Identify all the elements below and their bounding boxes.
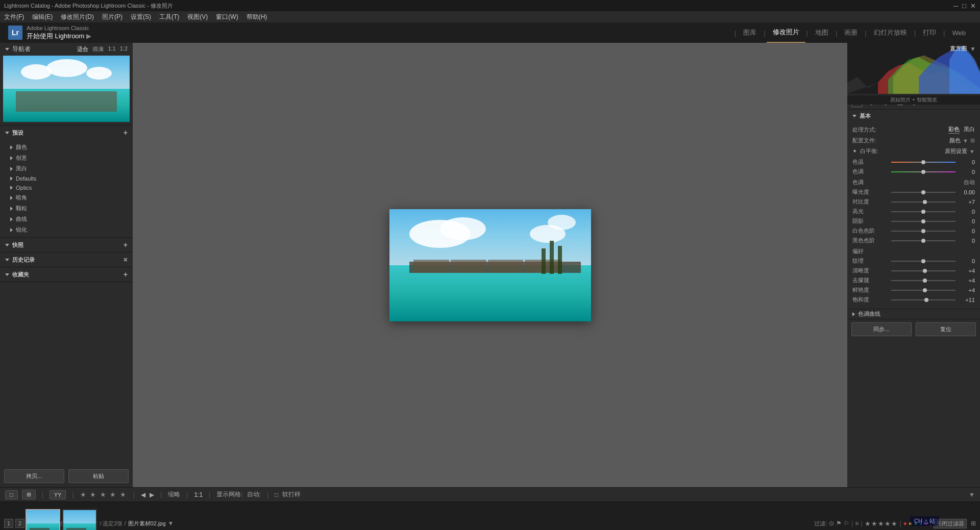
filmstrip-filename-dropdown[interactable]: ▼ <box>168 520 174 527</box>
blacks-slider[interactable] <box>891 240 955 241</box>
zoom-1-2[interactable]: 1:2 <box>120 45 128 53</box>
filter-rated-icon[interactable]: ≡ <box>855 520 859 527</box>
paste-btn[interactable]: 粘贴 <box>68 469 129 483</box>
soft-proof-icon[interactable]: □ <box>275 491 278 498</box>
snapshots-header[interactable]: 快照 + <box>0 238 133 252</box>
wb-dropdown-icon[interactable]: ▼ <box>969 148 975 155</box>
filter-target-icon[interactable]: ⊙ <box>829 520 834 527</box>
preset-item-defaults[interactable]: Defaults <box>0 174 133 183</box>
filter-stars[interactable]: ★★★★★ <box>865 520 898 527</box>
whites-slider[interactable] <box>891 231 955 232</box>
module-web[interactable]: Web <box>946 22 972 43</box>
highlights-slider[interactable] <box>891 211 955 212</box>
blacks-thumb[interactable] <box>921 239 925 243</box>
module-slideshow[interactable]: 幻灯片放映 <box>868 22 913 43</box>
preset-item-creative[interactable]: 创意 <box>0 153 133 163</box>
profile-grid-icon[interactable]: ⊞ <box>970 137 975 144</box>
menu-window[interactable]: 窗口(W) <box>216 13 238 21</box>
filter-grid-btn[interactable]: ⊞ <box>971 520 976 527</box>
exposure-slider[interactable] <box>891 192 955 193</box>
nav-prev-icon[interactable]: ◀ <box>141 491 145 498</box>
zoom-1-1[interactable]: 1:1 <box>108 45 115 53</box>
profile-dropdown-icon[interactable]: ▼ <box>963 138 968 144</box>
filter-unflag-icon[interactable]: ⚐ <box>844 520 849 527</box>
tint-thumb[interactable] <box>921 170 925 174</box>
page-2-btn[interactable]: 2 <box>15 519 24 528</box>
module-develop[interactable]: 修改照片 <box>767 22 805 43</box>
filter-red[interactable]: ● <box>903 520 907 527</box>
copy-btn[interactable]: 拷贝... <box>4 469 64 483</box>
film-thumb-2[interactable] <box>62 509 97 530</box>
exposure-thumb[interactable] <box>921 190 925 194</box>
shadows-thumb[interactable] <box>921 219 925 223</box>
zoom-fill[interactable]: 填满 <box>92 45 104 53</box>
contrast-thumb[interactable] <box>923 200 927 204</box>
filter-flag-icon[interactable]: ⚑ <box>836 520 842 527</box>
texture-thumb[interactable] <box>921 259 925 263</box>
sync-btn[interactable]: 同步... <box>851 322 912 336</box>
vibrance-thumb[interactable] <box>923 288 927 292</box>
preset-item-bw[interactable]: 黑白 <box>0 163 133 174</box>
clarity-slider[interactable] <box>891 270 955 271</box>
eyedropper-icon[interactable]: ✦ <box>852 148 857 155</box>
contrast-slider[interactable] <box>891 201 955 203</box>
history-close-btn[interactable]: × <box>124 256 128 264</box>
process-bw[interactable]: 黑白 <box>964 125 975 134</box>
menu-settings[interactable]: 设置(S) <box>131 13 151 21</box>
tone-auto-btn[interactable]: 自动 <box>964 179 975 186</box>
zoom-level[interactable]: 1:1 <box>194 491 203 498</box>
preset-item-color[interactable]: 颜色 <box>0 142 133 153</box>
menu-file[interactable]: 文件(F) <box>4 13 24 21</box>
saturation-slider[interactable] <box>891 299 955 300</box>
star-rating[interactable]: ★ ★ ★ ★ ★ <box>80 491 127 498</box>
history-header[interactable]: 历史记录 × <box>0 253 133 267</box>
view-grid-btn[interactable]: ⊞ <box>22 490 36 499</box>
menu-edit[interactable]: 编辑(E) <box>32 13 53 21</box>
collections-add-btn[interactable]: + <box>124 270 128 279</box>
tint-slider[interactable] <box>891 171 955 172</box>
module-map[interactable]: 地图 <box>809 22 835 43</box>
dehaze-thumb[interactable] <box>923 279 927 283</box>
temp-slider[interactable] <box>891 162 955 163</box>
nav-next-icon[interactable]: ▶ <box>150 491 154 498</box>
presets-add-btn[interactable]: + <box>124 129 128 137</box>
temp-thumb[interactable] <box>921 160 925 164</box>
menu-develop[interactable]: 修改照片(D) <box>61 13 94 21</box>
clarity-thumb[interactable] <box>923 269 927 273</box>
film-thumb-1[interactable] <box>26 509 60 530</box>
presets-header[interactable]: 预设 + <box>0 125 133 140</box>
preset-item-optics[interactable]: Optics <box>0 183 133 192</box>
menu-tools[interactable]: 工具(T) <box>159 13 179 21</box>
menu-view[interactable]: 视图(V) <box>187 13 208 21</box>
preset-item-vignette[interactable]: 暗角 <box>0 192 133 203</box>
histogram-expand-icon[interactable]: ▼ <box>970 45 976 53</box>
shadows-slider[interactable] <box>891 221 955 222</box>
navigator-header[interactable]: 导航者 适合 填满 1:1 1:2 <box>0 43 133 56</box>
color-tone-curve-section[interactable]: 色调曲线 <box>847 309 980 319</box>
texture-slider[interactable] <box>891 261 955 262</box>
preset-item-grain[interactable]: 颗粒 <box>0 203 133 214</box>
restore-btn[interactable]: □ <box>962 2 966 10</box>
whites-thumb[interactable] <box>921 229 925 233</box>
toolbar-dropdown[interactable]: ▼ <box>969 491 975 498</box>
module-book[interactable]: 画册 <box>838 22 864 43</box>
page-1-btn[interactable]: 1 <box>4 519 13 528</box>
reset-btn[interactable]: 复位 <box>916 322 976 336</box>
highlights-thumb[interactable] <box>921 210 925 214</box>
sort-btn[interactable]: YY <box>50 490 66 499</box>
module-library[interactable]: 图库 <box>737 22 763 43</box>
preset-item-curves[interactable]: 曲线 <box>0 214 133 224</box>
view-single-btn[interactable]: □ <box>5 490 18 499</box>
menu-photo[interactable]: 照片(P) <box>102 13 122 21</box>
snapshots-add-btn[interactable]: + <box>124 241 128 249</box>
vibrance-slider[interactable] <box>891 290 955 291</box>
process-color[interactable]: 彩色 <box>948 125 960 134</box>
close-btn[interactable]: ✕ <box>970 2 976 10</box>
minimize-btn[interactable]: ─ <box>953 2 958 10</box>
zoom-fit[interactable]: 适合 <box>77 45 88 53</box>
basic-header[interactable]: 基本 <box>847 110 980 122</box>
dehaze-slider[interactable] <box>891 280 955 281</box>
collections-header[interactable]: 收藏夹 + <box>0 267 133 282</box>
module-print[interactable]: 打印 <box>917 22 942 43</box>
menu-help[interactable]: 帮助(H) <box>247 13 267 21</box>
